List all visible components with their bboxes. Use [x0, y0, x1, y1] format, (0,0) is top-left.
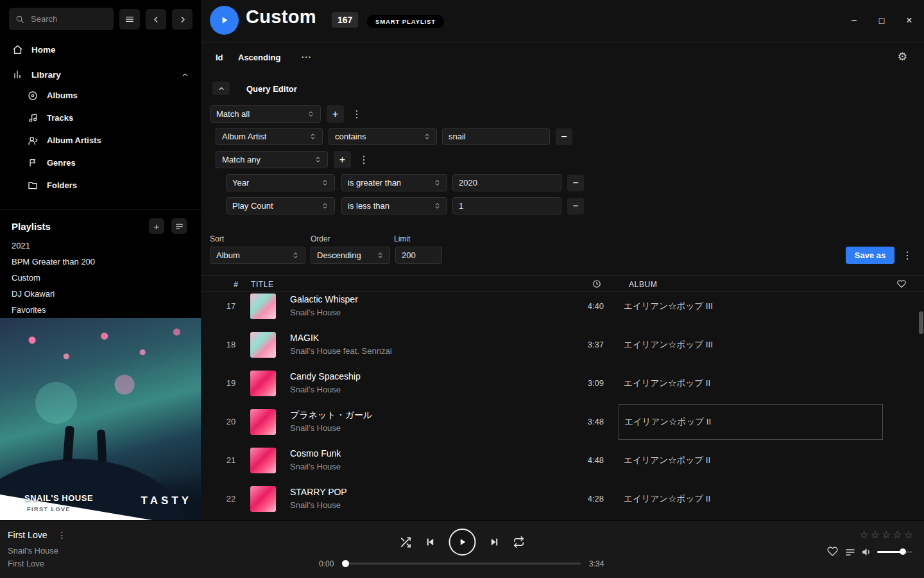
playlist-item[interactable]: Custom — [0, 270, 201, 286]
rule2-value-input[interactable] — [452, 174, 561, 191]
save-as-button[interactable]: Save as — [846, 247, 894, 264]
track-artist[interactable]: Snail's House — [290, 385, 341, 394]
heart-icon[interactable] — [897, 279, 906, 288]
rule1-operator-select[interactable]: contains — [329, 128, 437, 145]
sort-field-button[interactable]: Id — [216, 53, 223, 62]
search-box[interactable] — [9, 8, 114, 30]
star-icon[interactable]: ☆ — [904, 529, 915, 540]
add-group-rule-button[interactable]: + — [334, 151, 351, 168]
match-all-select[interactable]: Match all — [210, 105, 321, 123]
track-album[interactable]: エイリアン☆ポップ II — [619, 365, 883, 401]
now-playing-title[interactable]: First Love — [8, 530, 47, 540]
volume-button[interactable] — [861, 547, 872, 557]
next-button[interactable] — [490, 537, 500, 547]
play-pause-button[interactable] — [449, 529, 476, 556]
track-album[interactable]: エイリアン☆ポップ II — [619, 404, 883, 440]
now-playing-menu-button[interactable]: ⋮ — [57, 530, 66, 540]
table-row[interactable]: 18 MAGIK Snail's House feat. Sennzai 3:3… — [201, 326, 924, 364]
volume-slider[interactable] — [877, 551, 912, 553]
table-row[interactable]: 19 Candy Spaceship Snail's House 3:09 エイ… — [201, 364, 924, 403]
table-row[interactable]: 17 Galactic Whisper Snail's House 4:40 エ… — [201, 287, 924, 326]
playlist-item[interactable]: Favorites — [0, 302, 201, 318]
sidebar-item-genres[interactable]: Genres — [0, 152, 201, 174]
track-album[interactable]: エイリアン☆ポップ III — [619, 327, 883, 363]
forward-button[interactable] — [172, 9, 193, 30]
table-row[interactable]: 21 Cosmo Funk Snail's House 4:48 エイリアン☆ポ… — [201, 441, 924, 480]
limit-input[interactable] — [395, 247, 442, 264]
star-icon[interactable]: ☆ — [893, 529, 903, 540]
track-title[interactable]: Candy Spaceship — [290, 371, 361, 381]
track-artist[interactable]: Snail's House feat. Sennzai — [290, 346, 392, 356]
track-artist[interactable]: Snail's House — [290, 500, 341, 510]
track-artist[interactable]: Snail's House — [290, 308, 341, 317]
track-album[interactable]: エイリアン☆ポップ II — [619, 442, 883, 478]
clock-icon[interactable] — [592, 279, 601, 288]
rating-stars[interactable]: ☆☆☆☆☆ — [859, 529, 915, 541]
rule2-operator-select[interactable]: is greater than — [341, 174, 447, 191]
star-icon[interactable]: ☆ — [859, 529, 870, 540]
menu-button[interactable] — [119, 9, 140, 30]
sidebar-item-library[interactable]: Library — [0, 65, 201, 84]
favorite-button[interactable] — [827, 546, 838, 557]
order-select[interactable]: Descending — [311, 247, 390, 264]
chevron-up-icon[interactable] — [181, 71, 189, 79]
sidebar-item-tracks[interactable]: Tracks — [0, 107, 201, 129]
add-rule-button[interactable]: + — [327, 105, 344, 123]
toolbar-more-button[interactable]: ⋯ — [297, 50, 315, 64]
star-icon[interactable]: ☆ — [882, 529, 893, 540]
track-artist[interactable]: Snail's House — [290, 423, 341, 433]
sidebar-item-albums[interactable]: Albums — [0, 84, 201, 107]
now-playing-album[interactable]: First Love — [8, 559, 44, 568]
track-title[interactable]: STARRY POP — [290, 487, 347, 497]
column-title[interactable]: TITLE — [251, 280, 274, 289]
rule2-field-select[interactable]: Year — [226, 174, 335, 191]
track-album[interactable]: エイリアン☆ポップ II — [619, 481, 883, 517]
remove-rule3-button[interactable]: − — [567, 198, 584, 215]
track-title[interactable]: Cosmo Funk — [290, 448, 341, 459]
now-playing-artist[interactable]: Snail's House — [8, 546, 58, 556]
track-artist[interactable]: Snail's House — [290, 462, 341, 471]
remove-rule2-button[interactable]: − — [567, 175, 584, 191]
track-album[interactable]: エイリアン☆ポップ III — [619, 288, 883, 324]
rule3-value-input[interactable] — [452, 197, 561, 215]
track-title[interactable]: Galactic Whisper — [290, 294, 358, 304]
play-playlist-button[interactable] — [210, 6, 239, 35]
track-title[interactable]: MAGIK — [290, 333, 319, 343]
star-icon[interactable]: ☆ — [871, 529, 882, 540]
sidebar-item-album-artists[interactable]: Album Artists — [0, 129, 201, 152]
table-row[interactable]: 20 プラネット・ガール Snail's House 3:48 エイリアン☆ポッ… — [201, 403, 924, 441]
window-close-button[interactable]: × — [902, 13, 916, 28]
previous-button[interactable] — [425, 537, 436, 547]
sidebar-item-folders[interactable]: Folders — [0, 174, 201, 197]
window-maximize-button[interactable]: □ — [875, 13, 889, 28]
rule-menu-button[interactable]: ⋮ — [350, 105, 363, 123]
settings-gear-button[interactable]: ⚙ — [894, 49, 911, 64]
column-album[interactable]: ALBUM — [629, 280, 657, 289]
seek-handle[interactable] — [342, 560, 349, 567]
match-any-select[interactable]: Match any — [216, 151, 328, 168]
volume-handle[interactable] — [900, 548, 906, 555]
sort-select[interactable]: Album — [210, 247, 305, 264]
query-editor-collapse-button[interactable] — [212, 82, 230, 95]
rule3-operator-select[interactable]: is less than — [341, 197, 447, 215]
search-input[interactable] — [30, 13, 101, 24]
playlist-item[interactable]: BPM Greater than 200 — [0, 254, 201, 270]
sort-order-button[interactable]: Ascending — [238, 53, 280, 62]
rule3-field-select[interactable]: Play Count — [226, 197, 335, 215]
save-menu-button[interactable]: ⋮ — [901, 247, 914, 264]
remove-rule1-button[interactable]: − — [556, 128, 572, 145]
seek-slider[interactable] — [343, 563, 581, 565]
column-index[interactable]: # — [227, 280, 246, 289]
add-playlist-button[interactable]: + — [149, 218, 164, 234]
table-row[interactable]: 22 STARRY POP Snail's House 4:28 エイリアン☆ポ… — [201, 480, 924, 518]
rule1-field-select[interactable]: Album Artist — [216, 128, 323, 145]
scrollbar-thumb[interactable] — [919, 311, 923, 334]
sidebar-item-home[interactable]: Home — [0, 40, 201, 59]
group-menu-button[interactable]: ⋮ — [357, 151, 370, 168]
window-minimize-button[interactable]: − — [847, 13, 861, 28]
rule1-value-input[interactable] — [442, 128, 550, 145]
playlist-item[interactable]: DJ Okawari — [0, 286, 201, 302]
playlist-item[interactable]: 2021 — [0, 238, 201, 254]
back-button[interactable] — [146, 9, 166, 30]
now-playing-artwork[interactable]: SNAIL'S HOUSE FIRST LOVE TASTY — [0, 318, 201, 520]
